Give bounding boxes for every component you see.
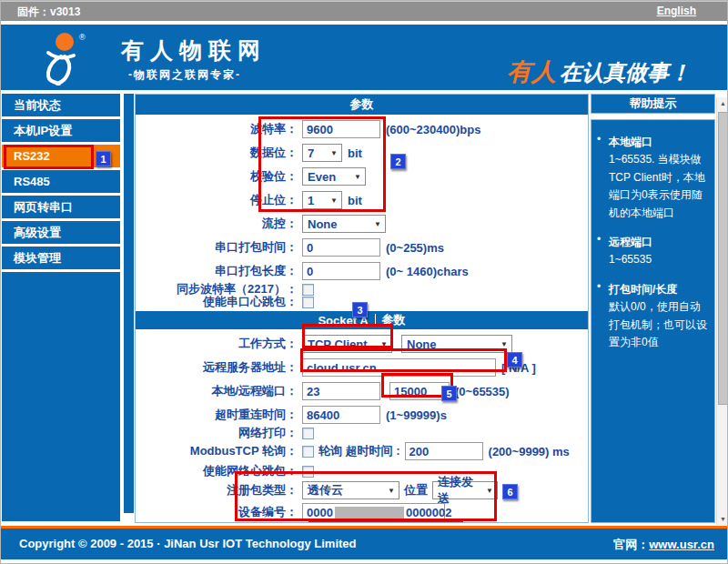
brand-title: 有人物联网 [121,35,267,65]
footer: Copyright © 2009 - 2015 · JiNan Usr IOT … [1,526,727,559]
packlen-hint: (0~ 1460)chars [386,265,469,278]
reconnect-hint: (1~99999)s [386,408,447,422]
site-label: 官网： [613,538,649,551]
help-item-title: 远程端口 [609,236,652,248]
help-panel-body: • 本地端口 1~65535. 当模块做TCP Client时，本地端口为0表示… [591,119,715,523]
help-item-local-port: • 本地端口 1~65535. 当模块做TCP Client时，本地端口为0表示… [597,133,709,221]
reconnect-label: 超时重连时间： [136,407,302,423]
help-item-title: 本地端口 [609,136,652,148]
bullet-icon: • [597,280,609,351]
sidebar-item-advanced[interactable]: 高级设置 [2,221,120,244]
packlen-label: 串口打包长度： [136,263,302,279]
scrollbar-thumb[interactable] [718,112,728,405]
syncbaud-checkbox[interactable] [302,284,314,296]
annotation-box-4 [300,348,507,372]
bullet-icon: • [597,133,609,221]
annotation-box-6 [235,471,497,521]
bullet-icon: • [597,233,609,268]
uart-heartbeat-checkbox[interactable] [302,297,314,308]
banner: ® 有人物联网 -物联网之联网专家- 有人在认真做事！ [1,25,727,90]
scroll-up-icon[interactable]: ▲ [717,97,728,109]
reconnect-row: 超时重连时间： (1~99999)s [136,403,588,427]
packtime-row: 串口打包时间： (0~255)ms [136,236,588,259]
slogan-white: 在认真做事！ [560,61,691,85]
annotation-badge-5: 5 [441,386,457,401]
modbus-poll-checkbox[interactable] [302,446,314,458]
firmware-version-label: 固件：v3013 [17,5,80,20]
annotation-badge-2: 2 [390,154,406,169]
help-item-body: 默认0/0，使用自动打包机制；也可以设置为非0值 [609,300,707,348]
annotation-box-1 [4,145,94,169]
modbus-label: ModbusTCP 轮询： [136,443,302,459]
annotation-badge-3: 3 [352,302,368,317]
dropdown-arrow-icon: ▼ [374,220,381,228]
packlen-input[interactable] [302,262,380,280]
official-site-link[interactable]: www.usr.cn [649,538,714,551]
panel-title: 参数 [136,95,588,115]
help-item-pack-time-length: • 打包时间/长度 默认0/0，使用自动打包机制；也可以设置为非0值 [597,280,709,351]
ports-row: 本地/远程端口： (0~65535) [136,379,588,403]
help-scrollbar[interactable]: ▲ ▼ [716,97,728,525]
flowctrl-row: 流控： None▼ [136,212,588,236]
topbar: 固件：v3013 English [1,1,727,21]
annotation-badge-1: 1 [96,151,111,166]
net-print-label: 网络打印： [136,425,302,441]
annotation-badge-4: 4 [507,352,522,368]
sidebar-item-rs485[interactable]: RS485 [2,170,120,193]
flowctrl-select[interactable]: None▼ [302,215,386,233]
divider-strip [124,94,134,513]
config-page: 固件：v3013 English ® 有人物联网 -物联网之联网专家- 有人在认… [0,0,728,564]
annotation-box-2 [258,116,386,212]
sidebar-filler [2,272,120,521]
remote-addr-label: 远程服务器地址： [136,359,302,376]
scroll-down-icon[interactable]: ▼ [717,513,728,525]
help-panel: 帮助提示 • 本地端口 1~65535. 当模块做TCP Client时，本地端… [591,94,715,523]
dropdown-arrow-icon: ▼ [500,340,508,348]
modbus-timeout-input[interactable] [405,442,483,460]
net-print-checkbox[interactable] [302,428,314,439]
help-panel-title: 帮助提示 [591,94,715,114]
copyright-text: Copyright © 2009 - 2015 · JiNan Usr IOT … [19,537,357,550]
help-item-body: 1~65535 [609,253,652,266]
english-language-link[interactable]: English [657,5,696,17]
brand-subtitle: -物联网之联网专家- [128,67,241,83]
help-item-body: 1~65535. 当模块做TCP Client时，本地端口为0表示使用随机的本地… [609,153,705,218]
ports-label: 本地/远程端口： [136,383,302,399]
sidebar-item-current-status[interactable]: 当前状态 [2,94,120,116]
packtime-label: 串口打包时间： [136,239,302,256]
packlen-row: 串口打包长度： (0~ 1460)chars [136,259,588,283]
packtime-hint: (0~255)ms [386,241,444,255]
slogan-orange: 有人 [507,58,556,86]
packtime-input[interactable] [302,238,380,257]
sidebar-item-web-to-serial[interactable]: 网页转串口 [2,196,120,218]
help-item-remote-port: • 远程端口 1~65535 [597,233,709,268]
official-site: 官网：www.usr.cn [613,537,714,553]
annotation-box-3 [302,324,393,348]
reconnect-input[interactable] [302,406,380,424]
ports-hint: (0~65535) [455,385,510,398]
sidebar-item-module-mgmt[interactable]: 模块管理 [2,247,120,269]
uart-heartbeat-label: 使能串口心跳包： [136,294,302,310]
baud-hint: (600~230400)bps [386,123,480,136]
modbus-timeout-label: 轮询 超时时间 : [318,443,400,459]
help-item-title: 打包时间/长度 [609,283,677,296]
annotation-badge-6: 6 [502,484,518,499]
local-port-input[interactable] [302,382,380,400]
modbus-row: ModbusTCP 轮询： 轮询 超时时间 : (200~9999) ms [136,439,588,463]
workmode-label: 工作方式： [136,336,302,352]
sidebar-item-local-ip[interactable]: 本机IP设置 [2,119,120,142]
slogan: 有人在认真做事！ [507,55,691,88]
flowctrl-label: 流控： [136,216,302,232]
net-print-row: 网络打印： [136,427,588,439]
usr-logo-icon: ® [28,29,101,87]
svg-text:®: ® [79,33,86,42]
modbus-hint: (200~9999) ms [489,445,570,458]
